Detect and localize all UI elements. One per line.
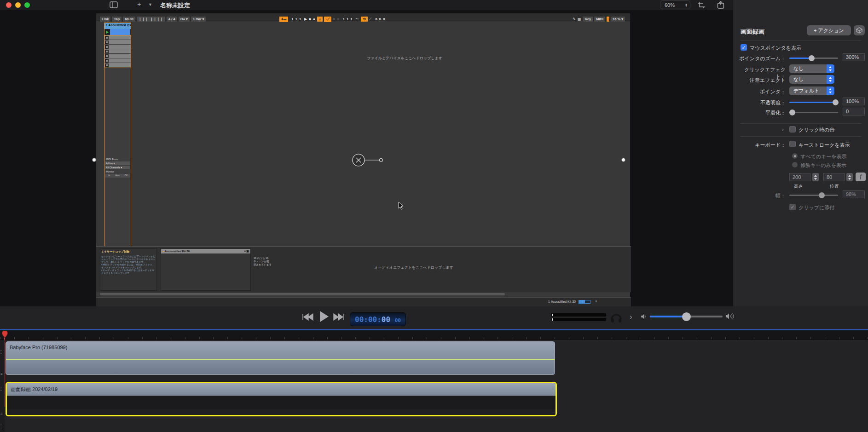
monitor-in[interactable]: In bbox=[105, 174, 113, 178]
clip-stop-button[interactable] bbox=[105, 36, 109, 40]
clip-slot[interactable] bbox=[104, 35, 131, 40]
ableton-detail-panel: ミキサードロップ制御 セッションビュートラックおよびアレンジメントビュートラック… bbox=[96, 246, 631, 292]
draw-mode-icon[interactable]: ✎ bbox=[573, 17, 576, 21]
track2-expand-icon[interactable]: ˆˇ bbox=[0, 386, 2, 393]
pointer-zoom-callout[interactable] bbox=[351, 152, 392, 168]
scroll-arrows-icon[interactable]: ˆˇ bbox=[0, 424, 2, 431]
clip-slot[interactable] bbox=[104, 29, 131, 35]
status-device-name: 1-Acoustified Kit 30 bbox=[548, 300, 576, 303]
track-gutter: ˆˇ ≡ ˆˇ ≡ ˆˇ bbox=[0, 340, 5, 432]
timeline-ruler[interactable] bbox=[0, 330, 868, 340]
track-io-section: MIDI FromAll Ins ▾All Channels ▾MonitorI… bbox=[105, 157, 130, 178]
clip-slot[interactable] bbox=[104, 40, 131, 45]
modifier-only-radio[interactable] bbox=[792, 162, 798, 167]
opacity-value[interactable]: 100% bbox=[843, 98, 865, 105]
play-button[interactable] bbox=[318, 310, 330, 325]
clip-stop-button[interactable] bbox=[105, 59, 109, 63]
add-action-button[interactable]: + アクション bbox=[807, 25, 851, 35]
screen-recording-clip[interactable]: 画面録画 2024/02/19 bbox=[6, 382, 557, 416]
session-clip[interactable] bbox=[110, 29, 130, 35]
status-chevron-icon[interactable]: ▾ bbox=[595, 300, 597, 303]
modifier-only-label: 修飾キーのみを表示 bbox=[800, 162, 846, 169]
attach-clip-checkbox[interactable]: ✓ bbox=[789, 204, 796, 210]
mouse-cursor bbox=[398, 202, 404, 211]
clip-slot[interactable] bbox=[104, 54, 131, 58]
zoom-button[interactable] bbox=[24, 2, 30, 8]
click-sound-disclosure[interactable]: › bbox=[782, 127, 784, 132]
height-stepper[interactable] bbox=[812, 173, 819, 181]
selection-handle-left[interactable] bbox=[92, 158, 96, 162]
smoothing-slider[interactable] bbox=[789, 112, 838, 113]
io-input-type[interactable]: All Ins ▾ bbox=[105, 161, 130, 166]
playhead-handle[interactable] bbox=[2, 331, 8, 338]
ableton-drop-hint-files: ファイルとデバイスをここへドロップします bbox=[326, 56, 483, 61]
selection-handle-right[interactable] bbox=[621, 158, 625, 162]
clip-stop-button[interactable] bbox=[105, 45, 109, 49]
show-pointer-checkbox[interactable]: ✓ bbox=[741, 44, 747, 51]
click-effect-dropdown[interactable]: なし bbox=[789, 64, 834, 73]
monitor-off[interactable]: Off bbox=[122, 174, 130, 178]
clip2-label: 画面録画 2024/02/19 bbox=[7, 383, 556, 393]
track1-resize-icon[interactable]: ≡ bbox=[0, 373, 3, 376]
opacity-label: 不透明度： bbox=[735, 99, 786, 106]
headphones-icon[interactable] bbox=[610, 312, 622, 323]
pointer-style-dropdown[interactable]: デフォルト bbox=[789, 86, 834, 95]
rewind-button[interactable] bbox=[301, 312, 313, 324]
io-input-channel[interactable]: All Channels ▾ bbox=[105, 166, 130, 170]
add-media-button[interactable]: + bbox=[137, 0, 141, 8]
track2-resize-icon[interactable]: ≡ bbox=[0, 412, 3, 415]
record-icon[interactable]: ● bbox=[313, 17, 315, 21]
width-slider[interactable] bbox=[789, 195, 838, 196]
add-media-chevron[interactable]: ▼ bbox=[148, 2, 152, 7]
keystrokes-checkbox[interactable]: ✓ bbox=[789, 141, 796, 147]
chains-note: 16 のうち 16 チェーンが選 択されています bbox=[254, 257, 274, 266]
track-header[interactable]: 1 Acoustified ⊙▾ bbox=[104, 23, 131, 29]
position-stepper[interactable] bbox=[846, 173, 853, 181]
close-button[interactable] bbox=[6, 2, 12, 8]
clip-slot[interactable] bbox=[104, 58, 131, 63]
session-record-icon[interactable]: ○ bbox=[337, 17, 339, 21]
crop-icon[interactable] bbox=[698, 1, 706, 9]
play-icon[interactable]: ▶ bbox=[304, 17, 307, 21]
minimize-button[interactable] bbox=[15, 2, 21, 8]
keystroke-position-field[interactable]: 80 bbox=[823, 173, 845, 181]
canvas-zoom-control[interactable]: 60% ▲▼ bbox=[660, 0, 690, 9]
clip-slot[interactable] bbox=[104, 45, 131, 49]
monitor-segment[interactable]: InAutoOff bbox=[105, 174, 130, 178]
keyboard-map-icon[interactable]: ▦ bbox=[578, 17, 581, 21]
stop-icon[interactable]: ■ bbox=[309, 17, 311, 21]
opacity-slider[interactable] bbox=[789, 102, 838, 103]
pointer-zoom-value[interactable]: 300% bbox=[843, 53, 865, 61]
monitor-auto[interactable]: Auto bbox=[113, 174, 122, 178]
audio-meter-left bbox=[551, 313, 606, 317]
3d-cube-button[interactable] bbox=[854, 25, 865, 35]
keystroke-height-field[interactable]: 200 bbox=[789, 173, 810, 181]
zoom-stepper[interactable]: ▲▼ bbox=[685, 3, 690, 7]
clip-slot[interactable] bbox=[104, 49, 131, 54]
forward-button[interactable] bbox=[333, 312, 345, 324]
clip-stop-button[interactable] bbox=[105, 54, 109, 58]
clip-stop-button[interactable] bbox=[105, 50, 109, 53]
panel-title: 画面録画 bbox=[741, 28, 764, 36]
chevron-right-icon[interactable]: › bbox=[630, 312, 632, 322]
pointer-zoom-slider[interactable] bbox=[789, 58, 838, 59]
all-keys-radio[interactable] bbox=[792, 153, 798, 159]
audio-clip-babyface[interactable]: Babyface Pro (71985099) bbox=[6, 341, 555, 375]
ableton-hscrollbar[interactable] bbox=[100, 293, 505, 295]
export-icon[interactable] bbox=[717, 1, 724, 9]
width-value[interactable]: 98% bbox=[843, 190, 865, 198]
sidebar-toggle-icon[interactable] bbox=[110, 1, 118, 8]
clip-stop-button[interactable] bbox=[105, 40, 109, 44]
smoothing-value[interactable]: 0 bbox=[843, 108, 865, 115]
canvas-stage[interactable]: LinkTap68.00❘❘❘ ❘❘❘❘4 / 4O● ▾1 Bar ▾ ⏴—1… bbox=[0, 10, 733, 306]
document-title: 名称未設定 bbox=[160, 1, 190, 10]
track1-expand-icon[interactable]: ˆˇ bbox=[0, 350, 2, 356]
clip-stop-button[interactable] bbox=[105, 63, 109, 67]
clip-play-button[interactable] bbox=[105, 30, 110, 35]
clip-slot[interactable] bbox=[104, 63, 131, 68]
click-sound-checkbox[interactable]: ✓ bbox=[789, 126, 796, 132]
attention-effect-dropdown[interactable]: なし bbox=[789, 75, 834, 84]
font-button[interactable]: f bbox=[856, 173, 866, 181]
device-title-bar[interactable]: ● Accoustified Kit 30 ▾ ▣ bbox=[161, 249, 250, 253]
volume-slider[interactable] bbox=[650, 316, 723, 317]
